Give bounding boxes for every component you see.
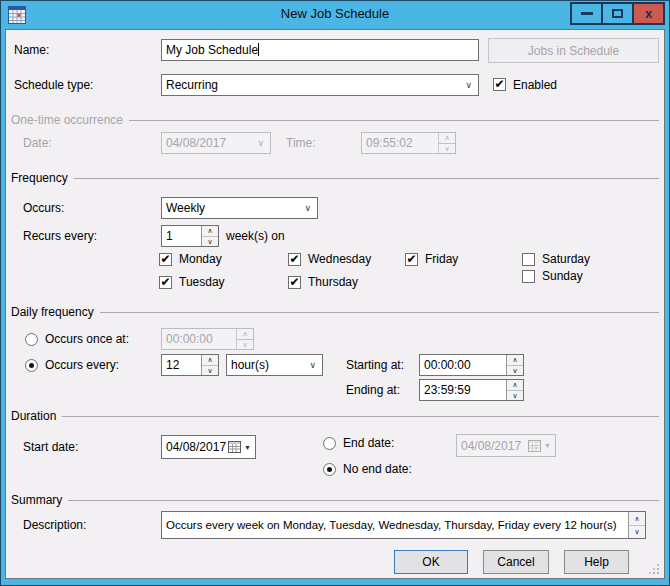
summary-title: Summary — [11, 493, 62, 507]
weeks-on-label: week(s) on — [226, 228, 285, 244]
maximize-button[interactable] — [601, 2, 634, 25]
spin-down-button[interactable]: ∨ — [202, 237, 218, 247]
chevron-down-icon: ∨ — [303, 361, 322, 370]
monday-label: Monday — [179, 251, 222, 267]
calendar-icon — [528, 440, 541, 452]
enabled-label: Enabled — [513, 77, 557, 93]
minimize-button[interactable] — [570, 2, 603, 25]
tuesday-checkbox[interactable]: ✔ — [159, 276, 172, 289]
spinner[interactable]: ∧∨ — [201, 355, 218, 375]
occurs-every-value-spinner[interactable]: 12 ∧∨ — [161, 354, 219, 376]
close-icon: x — [645, 7, 652, 20]
occurs-every-unit-dropdown[interactable]: hour(s) ∨ — [226, 354, 323, 376]
end-date-radio[interactable] — [323, 437, 336, 450]
description-field[interactable]: Occurs every week on Monday, Tuesday, We… — [161, 511, 646, 539]
resize-grip[interactable] — [657, 572, 659, 574]
chevron-down-icon: ∨ — [298, 204, 317, 213]
scroll-up-button[interactable]: ∧ — [629, 512, 645, 526]
spin-up-button[interactable]: ∧ — [507, 380, 523, 391]
duration-title: Duration — [11, 409, 56, 423]
scroll-down-button[interactable]: ∨ — [629, 526, 645, 539]
dialog-body: Name: My Job Schedule Jobs in Schedule S… — [5, 29, 665, 579]
thursday-label: Thursday — [308, 274, 358, 290]
close-button[interactable]: x — [632, 2, 665, 25]
duration-group: Duration — [11, 408, 659, 424]
text-caret — [258, 43, 259, 56]
spinner: ∧∨ — [438, 133, 455, 153]
spin-up-button[interactable]: ∧ — [202, 355, 218, 366]
dropdown-arrow-icon: ▼ — [541, 442, 555, 449]
title-bar[interactable]: New Job Schedule x — [1, 1, 669, 29]
occurs-label: Occurs: — [23, 200, 64, 216]
wednesday-checkbox[interactable]: ✔ — [288, 253, 301, 266]
thursday-checkbox[interactable]: ✔ — [288, 276, 301, 289]
sunday-checkbox[interactable] — [522, 270, 535, 283]
occurs-once-label: Occurs once at: — [45, 331, 129, 347]
spinner[interactable]: ∧∨ — [506, 380, 523, 400]
end-date-label: End date: — [343, 435, 394, 451]
group-divider — [129, 120, 659, 121]
summary-group: Summary — [11, 492, 659, 508]
ok-button[interactable]: OK — [394, 550, 468, 574]
daily-frequency-title: Daily frequency — [11, 305, 94, 319]
spin-up-icon: ∧ — [237, 329, 253, 340]
name-label: Name: — [14, 42, 49, 58]
enabled-checkbox[interactable]: ✔ — [493, 78, 506, 91]
recurs-every-spinner[interactable]: 1 ∧∨ — [161, 225, 219, 247]
dropdown-arrow-icon: ▼ — [241, 444, 255, 451]
ending-at-label: Ending at: — [346, 382, 400, 398]
spinner: ∧∨ — [236, 329, 253, 349]
spin-down-icon: ∨ — [237, 340, 253, 350]
spin-up-button[interactable]: ∧ — [507, 355, 523, 366]
daily-frequency-group: Daily frequency — [11, 304, 659, 320]
starting-at-label: Starting at: — [346, 357, 404, 373]
end-date-picker: 04/08/2017 ▼ — [456, 434, 556, 457]
one-time-occurrence-group: One-time occurrence — [11, 112, 659, 128]
frequency-title: Frequency — [11, 171, 68, 185]
tuesday-label: Tuesday — [179, 274, 225, 290]
ending-at-spinner[interactable]: 23:59:59 ∧∨ — [419, 379, 524, 401]
occurs-dropdown[interactable]: Weekly ∨ — [161, 197, 318, 219]
saturday-label: Saturday — [542, 251, 590, 267]
spinner[interactable]: ∧∨ — [506, 355, 523, 375]
group-divider — [74, 178, 659, 179]
one-time-date-dropdown: 04/08/2017 ∨ — [161, 132, 271, 154]
start-date-label: Start date: — [23, 439, 78, 455]
cancel-button[interactable]: Cancel — [483, 550, 549, 574]
start-date-picker[interactable]: 04/08/2017 ▼ — [161, 435, 256, 459]
description-label: Description: — [23, 517, 86, 533]
window-title: New Job Schedule — [1, 6, 669, 21]
name-input[interactable]: My Job Schedule — [161, 39, 479, 61]
group-divider — [68, 500, 659, 501]
description-scrollbar[interactable]: ∧∨ — [628, 512, 645, 538]
one-time-time-spinner: 09:55:02 ∧∨ — [361, 132, 456, 154]
spin-down-button[interactable]: ∨ — [202, 366, 218, 376]
spin-up-icon: ∧ — [439, 133, 455, 144]
one-time-occurrence-title: One-time occurrence — [11, 113, 123, 127]
friday-checkbox[interactable]: ✔ — [405, 253, 418, 266]
spinner[interactable]: ∧∨ — [201, 226, 218, 246]
jobs-in-schedule-button[interactable]: Jobs in Schedule — [488, 38, 659, 63]
group-divider — [100, 312, 659, 313]
spin-down-button[interactable]: ∨ — [507, 391, 523, 401]
occurs-every-label: Occurs every: — [45, 357, 119, 373]
calendar-icon — [228, 441, 241, 453]
chevron-down-icon: ∨ — [251, 139, 270, 148]
wednesday-label: Wednesday — [308, 251, 371, 267]
time-label: Time: — [286, 135, 316, 151]
chevron-down-icon: ∨ — [459, 81, 478, 90]
spin-up-button[interactable]: ∧ — [202, 226, 218, 237]
help-button[interactable]: Help — [564, 550, 629, 574]
starting-at-spinner[interactable]: 00:00:00 ∧∨ — [419, 354, 524, 376]
spin-down-button[interactable]: ∨ — [507, 366, 523, 376]
monday-checkbox[interactable]: ✔ — [159, 253, 172, 266]
schedule-type-dropdown[interactable]: Recurring ∨ — [161, 74, 479, 96]
frequency-group: Frequency — [11, 170, 659, 186]
no-end-date-label: No end date: — [343, 461, 412, 477]
friday-label: Friday — [425, 251, 458, 267]
occurs-once-radio[interactable] — [25, 333, 38, 346]
no-end-date-radio[interactable] — [323, 463, 336, 476]
maximize-icon — [612, 9, 623, 18]
occurs-every-radio[interactable] — [25, 359, 38, 372]
saturday-checkbox[interactable] — [522, 253, 535, 266]
